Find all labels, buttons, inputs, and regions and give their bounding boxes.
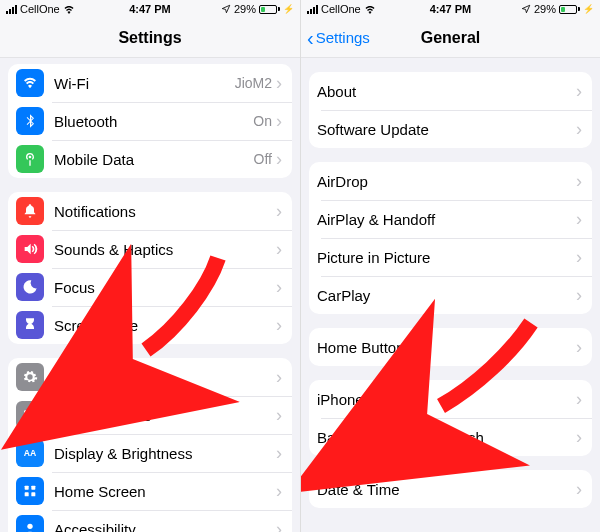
aa-icon: AA bbox=[16, 439, 44, 467]
settings-row-bluetooth[interactable]: BluetoothOn› bbox=[8, 102, 292, 140]
wifi-icon bbox=[16, 69, 44, 97]
row-label: General bbox=[54, 369, 276, 386]
chevron-right-icon: › bbox=[276, 201, 282, 222]
row-label: Screen Time bbox=[54, 317, 276, 334]
chevron-right-icon: › bbox=[276, 405, 282, 426]
status-bar: CellOne 4:47 PM 29% ⚡ bbox=[0, 0, 300, 18]
settings-row-sounds-haptics[interactable]: Sounds & Haptics› bbox=[8, 230, 292, 268]
chevron-right-icon: › bbox=[576, 285, 582, 306]
svg-rect-0 bbox=[24, 410, 32, 413]
row-label: Home Screen bbox=[54, 483, 276, 500]
settings-row-date-time[interactable]: Date & Time› bbox=[309, 470, 592, 508]
chevron-right-icon: › bbox=[576, 209, 582, 230]
row-label: Control Centre bbox=[54, 407, 276, 424]
settings-row-display-brightness[interactable]: AADisplay & Brightness› bbox=[8, 434, 292, 472]
row-label: Accessibility bbox=[54, 521, 276, 533]
row-label: Wi-Fi bbox=[54, 75, 235, 92]
settings-group: About›Software Update› bbox=[309, 72, 592, 148]
person-icon bbox=[16, 515, 44, 532]
hourglass-icon bbox=[16, 311, 44, 339]
chevron-right-icon: › bbox=[276, 519, 282, 533]
nav-bar: Settings bbox=[0, 18, 300, 58]
chevron-right-icon: › bbox=[276, 481, 282, 502]
settings-row-general[interactable]: General› bbox=[8, 358, 292, 396]
chevron-right-icon: › bbox=[576, 247, 582, 268]
chevron-right-icon: › bbox=[276, 149, 282, 170]
back-button[interactable]: ‹ Settings bbox=[307, 28, 370, 48]
chevron-right-icon: › bbox=[276, 111, 282, 132]
settings-row-airplay-handoff[interactable]: AirPlay & Handoff› bbox=[309, 200, 592, 238]
chevron-right-icon: › bbox=[576, 337, 582, 358]
chevron-right-icon: › bbox=[576, 427, 582, 448]
settings-row-background-app-refresh[interactable]: Background App Refresh› bbox=[309, 418, 592, 456]
battery-icon bbox=[559, 5, 580, 14]
settings-screen: CellOne 4:47 PM 29% ⚡ Settings Wi-FiJioM… bbox=[0, 0, 300, 532]
settings-group: AirDrop›AirPlay & Handoff›Picture in Pic… bbox=[309, 162, 592, 314]
row-label: Display & Brightness bbox=[54, 445, 276, 462]
settings-list[interactable]: Wi-FiJioM2›BluetoothOn›Mobile DataOff›No… bbox=[0, 58, 300, 532]
clock-label: 4:47 PM bbox=[301, 3, 600, 15]
row-label: iPhone Storage bbox=[317, 391, 576, 408]
settings-row-wi-fi[interactable]: Wi-FiJioM2› bbox=[8, 64, 292, 102]
settings-group: Date & Time› bbox=[309, 470, 592, 508]
gear-icon bbox=[16, 363, 44, 391]
chevron-right-icon: › bbox=[276, 277, 282, 298]
settings-row-screen-time[interactable]: Screen Time› bbox=[8, 306, 292, 344]
settings-group: Wi-FiJioM2›BluetoothOn›Mobile DataOff› bbox=[8, 64, 292, 178]
battery-icon bbox=[259, 5, 280, 14]
chevron-right-icon: › bbox=[576, 81, 582, 102]
settings-row-iphone-storage[interactable]: iPhone Storage› bbox=[309, 380, 592, 418]
settings-row-about[interactable]: About› bbox=[309, 72, 592, 110]
chevron-right-icon: › bbox=[576, 389, 582, 410]
settings-row-home-screen[interactable]: Home Screen› bbox=[8, 472, 292, 510]
row-label: About bbox=[317, 83, 576, 100]
row-label: Focus bbox=[54, 279, 276, 296]
settings-row-home-button[interactable]: Home Button› bbox=[309, 328, 592, 366]
row-label: AirDrop bbox=[317, 173, 576, 190]
row-label: AirPlay & Handoff bbox=[317, 211, 576, 228]
row-value: On bbox=[253, 113, 272, 129]
row-label: Home Button bbox=[317, 339, 576, 356]
svg-rect-2 bbox=[28, 417, 36, 420]
chevron-right-icon: › bbox=[576, 479, 582, 500]
switches-icon bbox=[16, 401, 44, 429]
general-list[interactable]: About›Software Update›AirDrop›AirPlay & … bbox=[301, 58, 600, 532]
row-label: CarPlay bbox=[317, 287, 576, 304]
settings-group: Home Button› bbox=[309, 328, 592, 366]
row-value: Off bbox=[254, 151, 272, 167]
row-label: Notifications bbox=[54, 203, 276, 220]
moon-icon bbox=[16, 273, 44, 301]
settings-row-mobile-data[interactable]: Mobile DataOff› bbox=[8, 140, 292, 178]
clock-label: 4:47 PM bbox=[0, 3, 300, 15]
page-title: General bbox=[421, 29, 481, 47]
svg-rect-6 bbox=[31, 486, 35, 490]
chevron-right-icon: › bbox=[276, 443, 282, 464]
svg-text:AA: AA bbox=[24, 448, 37, 458]
settings-row-control-centre[interactable]: Control Centre› bbox=[8, 396, 292, 434]
row-label: Picture in Picture bbox=[317, 249, 576, 266]
settings-row-carplay[interactable]: CarPlay› bbox=[309, 276, 592, 314]
status-bar: CellOne 4:47 PM 29% ⚡ bbox=[301, 0, 600, 18]
general-screen: CellOne 4:47 PM 29% ⚡ ‹ Settings General… bbox=[300, 0, 600, 532]
chevron-right-icon: › bbox=[576, 171, 582, 192]
page-title: Settings bbox=[118, 29, 181, 47]
svg-point-3 bbox=[25, 417, 28, 420]
row-value: JioM2 bbox=[235, 75, 272, 91]
settings-row-notifications[interactable]: Notifications› bbox=[8, 192, 292, 230]
nav-bar: ‹ Settings General bbox=[301, 18, 600, 58]
settings-row-airdrop[interactable]: AirDrop› bbox=[309, 162, 592, 200]
row-label: Bluetooth bbox=[54, 113, 253, 130]
chevron-right-icon: › bbox=[276, 239, 282, 260]
settings-group: iPhone Storage›Background App Refresh› bbox=[309, 380, 592, 456]
settings-row-software-update[interactable]: Software Update› bbox=[309, 110, 592, 148]
row-label: Mobile Data bbox=[54, 151, 254, 168]
bluetooth-icon bbox=[16, 107, 44, 135]
settings-row-picture-in-picture[interactable]: Picture in Picture› bbox=[309, 238, 592, 276]
chevron-right-icon: › bbox=[576, 119, 582, 140]
back-label: Settings bbox=[316, 29, 370, 46]
settings-row-focus[interactable]: Focus› bbox=[8, 268, 292, 306]
settings-group: General›Control Centre›AADisplay & Brigh… bbox=[8, 358, 292, 532]
svg-point-9 bbox=[27, 524, 32, 529]
settings-row-accessibility[interactable]: Accessibility› bbox=[8, 510, 292, 532]
row-label: Software Update bbox=[317, 121, 576, 138]
